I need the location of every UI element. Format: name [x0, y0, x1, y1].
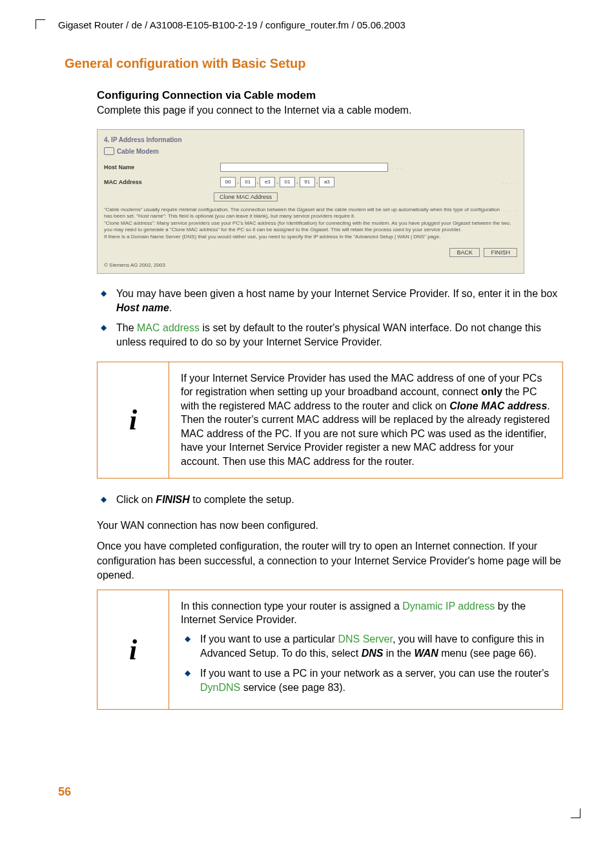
finish-button[interactable]: FINISH [484, 248, 517, 257]
ss-help-2: "Clone MAC address": Many service provid… [104, 220, 517, 234]
modem-icon [104, 147, 114, 155]
mac-box-3[interactable]: 01 [280, 177, 295, 187]
ss-connection-type: Cable Modem [98, 146, 524, 160]
dns-server-link[interactable]: DNS Server [338, 633, 392, 644]
dyndns-link[interactable]: DynDNS [200, 682, 240, 693]
info-body-1: If your Internet Service Provider has us… [169, 362, 562, 478]
mac-box-4[interactable]: 91 [300, 177, 315, 187]
crop-mark-br [571, 808, 580, 818]
ss-help-1: "Cable modems" usually require minimal c… [104, 207, 517, 220]
clone-mac-button[interactable]: Clone MAC Address [214, 192, 278, 201]
back-button[interactable]: BACK [449, 248, 480, 257]
dynamic-ip-link[interactable]: Dynamic IP address [402, 601, 495, 612]
bullet-dns-server: If you want to use a particular DNS Serv… [181, 632, 551, 661]
info2-lead: In this connection type your router is a… [181, 599, 551, 627]
wan-configured-text: Your WAN connection has now been configu… [97, 519, 571, 533]
mac-box-0[interactable]: 00 [220, 177, 236, 187]
page-number: 56 [58, 785, 71, 799]
section-title: General configuration with Basic Setup [65, 56, 571, 71]
info-box-clone-mac: i If your Internet Service Provider has … [97, 362, 563, 479]
ss-help-3: If there is a Domain Name Server (DNS) t… [104, 234, 517, 240]
ss-step-title: 4. IP Address Information [98, 130, 524, 146]
config-screenshot: 4. IP Address Information Cable Modem Ho… [97, 129, 524, 274]
info-icon: i [98, 362, 169, 478]
host-name-label: Host Name [104, 164, 220, 170]
mac-box-5[interactable]: a3 [319, 177, 334, 187]
subheading: Configuring Connection via Cable modem [97, 89, 571, 102]
mac-address-group: 00- 01- e3- 01- 91- a3 [220, 177, 334, 187]
crop-mark-tl [36, 19, 45, 29]
mac-box-1[interactable]: 01 [240, 177, 256, 187]
bullet-dyndns: If you want to use a PC in your network … [181, 666, 551, 695]
host-name-input[interactable] [220, 163, 388, 172]
doc-path: Gigaset Router / de / A31008-E105-B100-2… [58, 19, 571, 30]
info-icon: i [98, 590, 169, 710]
ss-copyright: © Siemens AG 2002, 2003 [98, 260, 524, 273]
info-box-dynamic-ip: i In this connection type your router is… [97, 590, 563, 710]
mac-box-2[interactable]: e3 [260, 177, 275, 187]
bullet-mac-address: The MAC address is set by default to the… [97, 321, 571, 350]
bullet-finish: Click on FINISH to complete the setup. [97, 493, 571, 507]
mac-address-label: MAC Address [104, 179, 220, 185]
ss-conn-label: Cable Modem [117, 148, 159, 155]
completion-text: Once you have completed configuration, t… [97, 539, 571, 582]
bullet-host-name: You may have been given a host name by y… [97, 287, 571, 316]
mac-address-link[interactable]: MAC address [137, 322, 200, 333]
lead-text: Complete this page if you connect to the… [97, 105, 571, 116]
